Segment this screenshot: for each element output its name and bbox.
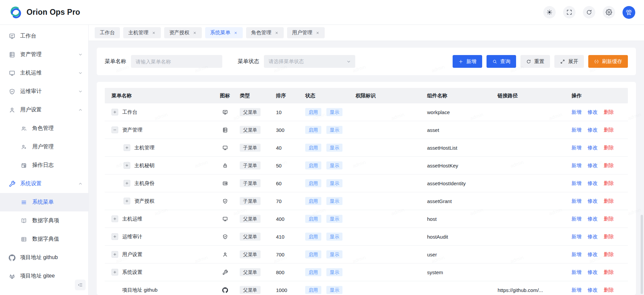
row-action-add[interactable]: 新增: [571, 269, 582, 276]
sidebar-item-12[interactable]: 项目地址 github: [0, 248, 88, 267]
row-action-add[interactable]: 新增: [571, 287, 582, 293]
expand-row-button[interactable]: [124, 180, 130, 187]
row-action-add[interactable]: 新增: [571, 198, 582, 204]
sidebar-item-4[interactable]: 用户设置: [0, 101, 88, 119]
sidebar-item-3[interactable]: 运维审计: [0, 82, 88, 101]
tab-0[interactable]: 工作台: [95, 27, 120, 38]
component-cell: assetHostList: [422, 145, 493, 151]
row-action-edit[interactable]: 修改: [588, 180, 598, 187]
row-action-edit[interactable]: 修改: [588, 109, 598, 115]
sidebar-item-2[interactable]: 主机运维: [0, 64, 88, 82]
row-action-edit[interactable]: 修改: [588, 287, 598, 293]
expand-row-button[interactable]: [124, 162, 130, 169]
toolbar-button-2[interactable]: 重置: [520, 55, 550, 68]
refresh-cache-button-4[interactable]: 刷新缓存: [588, 55, 628, 68]
sidebar-item-label: 数据字典项: [32, 217, 59, 224]
close-icon[interactable]: [316, 31, 320, 35]
settings-icon-button[interactable]: [603, 6, 615, 18]
sidebar-item-5[interactable]: 角色管理: [0, 119, 88, 138]
enabled-tag: 启用: [305, 268, 321, 277]
sidebar-item-9[interactable]: 系统菜单: [0, 193, 88, 211]
column-header-8: 操作: [567, 93, 628, 99]
expand-row-button[interactable]: [111, 269, 118, 276]
tab-2[interactable]: 资产授权: [164, 27, 202, 38]
sidebar: 工作台 资产管理 主机运维 运维审计 用户设置 角色管理: [0, 25, 89, 295]
theme-icon-button[interactable]: [543, 6, 556, 18]
row-action-add[interactable]: 新增: [571, 145, 582, 151]
row-action-add[interactable]: 新增: [571, 180, 582, 187]
sidebar-item-label: 数据字典值: [32, 236, 59, 243]
row-action-edit[interactable]: 修改: [588, 251, 598, 258]
component-cell: assetHostIdentity: [422, 181, 493, 186]
close-icon[interactable]: [275, 31, 279, 35]
tab-3[interactable]: 系统菜单: [205, 27, 243, 38]
menu-name-input[interactable]: [131, 55, 222, 68]
plus-icon: [113, 217, 117, 221]
reload-icon-button[interactable]: [583, 6, 595, 18]
row-action-add[interactable]: 新增: [571, 109, 582, 115]
enabled-tag: 启用: [305, 250, 321, 259]
tab-label: 工作台: [100, 30, 115, 36]
sidebar-item-8[interactable]: 系统设置: [0, 175, 88, 193]
row-action-edit[interactable]: 修改: [588, 234, 598, 240]
row-action-delete[interactable]: 删除: [604, 127, 614, 133]
row-action-delete[interactable]: 删除: [604, 251, 614, 258]
sidebar-item-6[interactable]: 用户管理: [0, 138, 88, 156]
component-cell: user: [422, 252, 493, 257]
toolbar-button-3[interactable]: 展开: [554, 55, 584, 68]
toolbar-button-0[interactable]: 新增: [453, 55, 482, 68]
row-action-edit[interactable]: 修改: [588, 198, 598, 204]
expand-row-button[interactable]: [111, 251, 118, 258]
row-action-delete[interactable]: 删除: [604, 145, 614, 151]
expand-row-button[interactable]: [124, 198, 130, 204]
row-action-delete[interactable]: 删除: [604, 287, 614, 293]
fold-menu-icon: [78, 282, 83, 288]
user-avatar[interactable]: 管: [623, 6, 635, 19]
expand-row-button[interactable]: [124, 144, 130, 151]
row-action-delete[interactable]: 删除: [604, 109, 614, 115]
toolbar-button-1[interactable]: 查询: [487, 55, 516, 68]
enabled-tag: 启用: [305, 108, 321, 116]
expand-row-button[interactable]: [111, 233, 118, 240]
close-icon[interactable]: [152, 31, 156, 35]
close-icon[interactable]: [193, 31, 197, 35]
page-scrollbar[interactable]: [641, 215, 643, 294]
row-action-delete[interactable]: 删除: [604, 216, 614, 222]
status-cell: 启用 显示: [301, 108, 351, 116]
row-action-add[interactable]: 新增: [571, 234, 582, 240]
row-action-edit[interactable]: 修改: [588, 269, 598, 276]
filter-card: 菜单名称 菜单状态 请选择菜单状态 新增 查询 重置 展开: [97, 48, 636, 75]
sidebar-item-1[interactable]: 资产管理: [0, 45, 88, 64]
fullscreen-icon-button[interactable]: [563, 6, 576, 18]
row-action-delete[interactable]: 删除: [604, 234, 614, 240]
expand-row-button[interactable]: [111, 215, 118, 222]
row-action-edit[interactable]: 修改: [588, 216, 598, 222]
sidebar-item-10[interactable]: 数据字典项: [0, 211, 88, 230]
sidebar-item-label: 主机运维: [20, 69, 42, 77]
collapse-row-button[interactable]: [111, 127, 118, 133]
row-action-edit[interactable]: 修改: [588, 162, 598, 169]
sidebar-item-11[interactable]: 数据字典值: [0, 230, 88, 248]
topbar-icon-group: [543, 6, 615, 18]
row-action-edit[interactable]: 修改: [588, 127, 598, 133]
row-action-add[interactable]: 新增: [571, 216, 582, 222]
sidebar-collapse-button[interactable]: [75, 280, 86, 290]
tab-1[interactable]: 主机管理: [123, 27, 161, 38]
row-action-delete[interactable]: 删除: [604, 162, 614, 169]
row-action-add[interactable]: 新增: [571, 162, 582, 169]
tab-5[interactable]: 用户管理: [287, 27, 325, 38]
row-action-delete[interactable]: 删除: [604, 269, 614, 276]
sidebar-item-0[interactable]: 工作台: [0, 27, 88, 45]
menu-status-select[interactable]: 请选择菜单状态: [264, 55, 355, 68]
expand-row-button[interactable]: [111, 109, 118, 115]
sidebar-item-7[interactable]: 操作日志: [0, 156, 88, 175]
refresh-icon: [526, 59, 531, 64]
row-action-delete[interactable]: 删除: [604, 198, 614, 204]
row-action-delete[interactable]: 删除: [604, 180, 614, 187]
row-action-add[interactable]: 新增: [571, 251, 582, 258]
tab-4[interactable]: 角色管理: [246, 27, 284, 38]
row-action-edit[interactable]: 修改: [588, 145, 598, 151]
visible-tag: 显示: [326, 250, 342, 259]
row-action-add[interactable]: 新增: [571, 127, 582, 133]
close-icon[interactable]: [234, 31, 238, 35]
